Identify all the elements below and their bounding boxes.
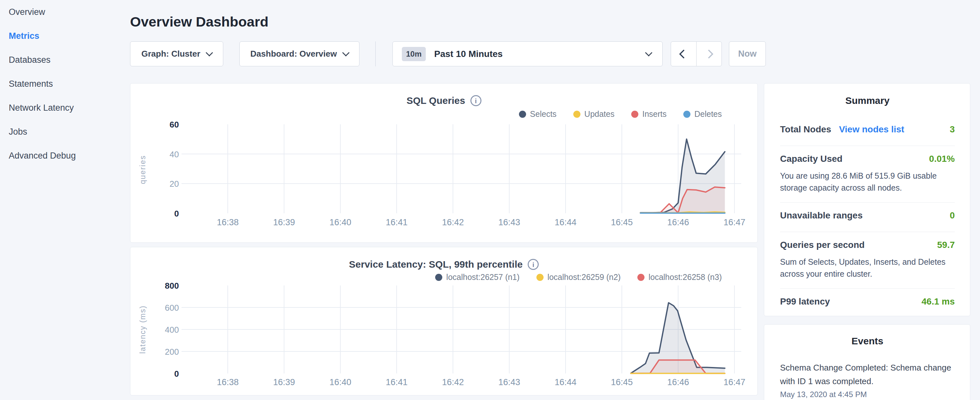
- now-button-label: Now: [738, 49, 757, 59]
- sql-queries-chart-card: 16:3816:3916:4016:4116:4216:4316:4416:45…: [130, 83, 758, 243]
- legend-dot-icon: [519, 111, 526, 118]
- legend-label: localhost:26257 (n1): [446, 273, 520, 282]
- events-panel: Events Schema Change Completed: Schema c…: [764, 324, 970, 400]
- legend-item-inserts: Inserts: [631, 109, 667, 119]
- sidebar-item-overview[interactable]: Overview: [0, 7, 129, 17]
- svg-text:16:39: 16:39: [273, 377, 295, 387]
- chevron-right-icon: [704, 49, 713, 58]
- legend-item-deletes: Deletes: [683, 109, 722, 119]
- svg-text:16:44: 16:44: [555, 217, 576, 227]
- sidebar-item-databases[interactable]: Databases: [0, 55, 129, 65]
- chart-legend: SelectsUpdatesInsertsDeletes: [519, 109, 722, 119]
- summary-row-value: 0: [950, 210, 955, 221]
- graph-dropdown[interactable]: Graph: Cluster: [130, 41, 223, 66]
- svg-text:16:46: 16:46: [667, 377, 689, 387]
- svg-text:latency (ms): latency (ms): [138, 305, 147, 354]
- time-range-label: Past 10 Minutes: [434, 49, 503, 59]
- summary-row-total-nodes: Total NodesView nodes list3: [780, 124, 955, 137]
- dashboard-dropdown-label: Dashboard: Overview: [250, 49, 337, 59]
- svg-text:16:43: 16:43: [498, 217, 520, 227]
- prev-time-button[interactable]: [671, 42, 697, 66]
- view-nodes-list-link[interactable]: View nodes list: [839, 124, 904, 135]
- summary-panel: Summary Total NodesView nodes list3Capac…: [764, 83, 970, 316]
- legend-item-localhost-26259-n2-: localhost:26259 (n2): [536, 273, 621, 282]
- summary-row-queries-per-second: Queries per second59.7: [780, 240, 955, 253]
- legend-label: localhost:26258 (n3): [648, 273, 722, 282]
- chart-title: Service Latency: SQL, 99th percentile: [349, 259, 523, 270]
- sidebar-item-statements[interactable]: Statements: [0, 79, 129, 89]
- svg-text:0: 0: [174, 209, 179, 218]
- svg-text:queries: queries: [138, 155, 147, 184]
- svg-text:16:43: 16:43: [498, 377, 520, 387]
- chevron-left-icon: [679, 49, 688, 58]
- now-button[interactable]: Now: [729, 41, 766, 66]
- svg-text:20: 20: [170, 179, 179, 189]
- time-range-dropdown[interactable]: 10m Past 10 Minutes: [393, 41, 663, 66]
- svg-text:16:38: 16:38: [217, 377, 239, 387]
- legend-label: Inserts: [642, 109, 667, 119]
- svg-text:400: 400: [165, 325, 179, 335]
- summary-row-value: 59.7: [937, 240, 955, 250]
- summary-row-p99-latency: P99 latency46.1 ms: [780, 296, 955, 309]
- summary-row-label: Total Nodes: [780, 124, 831, 135]
- dashboard-dropdown[interactable]: Dashboard: Overview: [239, 41, 360, 66]
- svg-text:40: 40: [170, 150, 179, 159]
- time-step-buttons: [671, 41, 722, 66]
- svg-text:16:39: 16:39: [273, 217, 295, 227]
- summary-row-value: 0.01%: [929, 154, 955, 164]
- legend-item-localhost-26258-n3-: localhost:26258 (n3): [637, 273, 722, 282]
- legend-label: localhost:26259 (n2): [547, 273, 621, 282]
- page-title: Overview Dashboard: [130, 14, 269, 30]
- svg-text:200: 200: [165, 347, 179, 357]
- svg-text:16:41: 16:41: [386, 377, 408, 387]
- legend-label: Selects: [530, 109, 557, 119]
- events-title: Events: [780, 336, 955, 347]
- sidebar-item-metrics[interactable]: Metrics: [0, 31, 129, 41]
- next-time-button[interactable]: [697, 42, 722, 66]
- chevron-down-icon: [645, 49, 652, 57]
- summary-row-label: P99 latency: [780, 296, 830, 307]
- legend-dot-icon: [573, 111, 581, 118]
- summary-row-label: Unavailable ranges: [780, 210, 862, 221]
- svg-text:16:42: 16:42: [442, 377, 464, 387]
- svg-text:16:40: 16:40: [329, 217, 352, 227]
- svg-text:16:47: 16:47: [724, 217, 745, 227]
- event-timestamp: May 13, 2020 at 4:45 PM: [780, 390, 955, 399]
- info-icon[interactable]: i: [528, 259, 539, 270]
- info-icon[interactable]: i: [471, 95, 481, 106]
- chevron-down-icon: [342, 49, 350, 56]
- chart-legend: localhost:26257 (n1)localhost:26259 (n2)…: [435, 273, 722, 282]
- sidebar-item-network-latency[interactable]: Network Latency: [0, 103, 129, 113]
- summary-row-label: Queries per second: [780, 240, 864, 250]
- sidebar-item-jobs[interactable]: Jobs: [0, 127, 129, 137]
- legend-item-selects: Selects: [519, 109, 557, 119]
- legend-item-localhost-26257-n1-: localhost:26257 (n1): [435, 273, 520, 282]
- svg-text:16:38: 16:38: [217, 217, 239, 227]
- summary-row-capacity-used: Capacity Used0.01%: [780, 154, 955, 167]
- divider: [780, 232, 955, 232]
- divider: [780, 202, 955, 202]
- graph-dropdown-label: Graph: Cluster: [142, 49, 200, 59]
- svg-text:800: 800: [165, 281, 179, 291]
- legend-dot-icon: [683, 111, 690, 118]
- legend-dot-icon: [536, 274, 544, 281]
- summary-row-value: 46.1 ms: [921, 296, 955, 307]
- svg-text:0: 0: [174, 369, 179, 379]
- sql-queries-plot: 16:3816:3916:4016:4116:4216:4316:4416:45…: [130, 83, 758, 243]
- summary-row-description: You are using 28.6 MiB of 515.9 GiB usab…: [780, 170, 955, 194]
- time-range-badge: 10m: [402, 47, 426, 61]
- chart-title: SQL Queries: [406, 95, 465, 106]
- legend-dot-icon: [637, 274, 644, 281]
- sidebar-item-advanced-debug[interactable]: Advanced Debug: [0, 151, 129, 161]
- sidebar-list: OverviewMetricsDatabasesStatementsNetwor…: [0, 7, 129, 161]
- svg-text:16:46: 16:46: [667, 217, 689, 227]
- chevron-down-icon: [206, 49, 213, 56]
- summary-title: Summary: [780, 95, 955, 106]
- svg-text:16:45: 16:45: [611, 217, 633, 227]
- svg-text:16:47: 16:47: [724, 377, 745, 387]
- svg-text:60: 60: [170, 120, 179, 129]
- svg-text:16:40: 16:40: [329, 377, 352, 387]
- svg-text:600: 600: [165, 303, 179, 312]
- svg-text:16:42: 16:42: [442, 217, 464, 227]
- summary-row-unavailable-ranges: Unavailable ranges0: [780, 210, 955, 223]
